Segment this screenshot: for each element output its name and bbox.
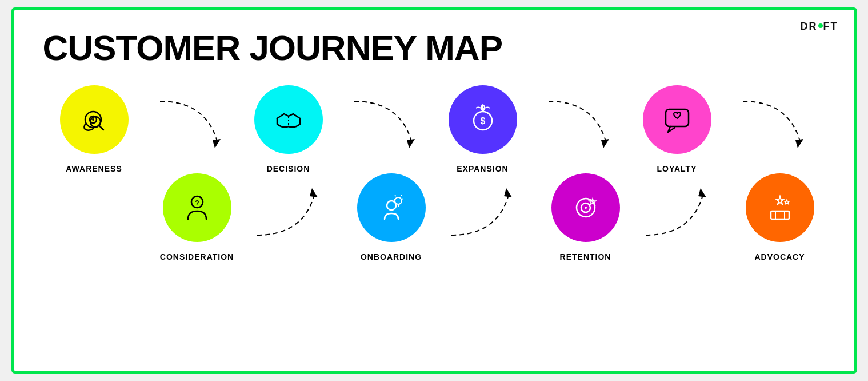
circle-awareness [60,85,129,154]
circle-consideration: ? [163,173,231,242]
stage-retention: RETENTION [534,173,637,261]
svg-point-18 [395,197,402,204]
svg-marker-24 [504,188,512,197]
main-card: DRFT CUSTOMER JOURNEY MAP AWARENESS [11,7,857,374]
svg-rect-29 [771,211,789,219]
svg-point-27 [585,207,587,209]
svg-text:?: ? [195,199,199,207]
stage-decision: DECISION [237,85,340,173]
circle-loyalty [643,85,711,154]
arrow-7 [729,90,820,158]
label-awareness: AWARENESS [66,164,122,173]
svg-line-21 [401,195,402,196]
stage-advocacy: ADVOCACY [729,173,831,261]
stage-awareness: AWARENESS [43,85,146,173]
svg-marker-13 [795,139,803,148]
brand-logo: DRFT [801,21,838,33]
label-retention: RETENTION [560,252,611,261]
svg-marker-28 [698,188,706,197]
label-advocacy: ADVOCACY [754,252,805,261]
stage-loyalty: LOYALTY [626,85,729,173]
label-onboarding: ONBOARDING [361,252,422,261]
stage-expansion: $ EXPANSION [431,85,534,173]
stage-onboarding: ONBOARDING [340,173,443,261]
label-decision: DECISION [267,164,310,173]
arrow-6 [626,178,729,247]
svg-marker-5 [213,139,221,148]
arrow-4 [431,178,534,247]
label-consideration: CONSIDERATION [160,252,234,261]
label-expansion: EXPANSION [457,164,508,173]
svg-text:$: $ [480,116,485,126]
svg-line-23 [394,199,395,200]
stage-consideration: ? CONSIDERATION [146,173,249,261]
arrow-2 [237,178,340,247]
svg-marker-11 [601,139,609,148]
circle-decision [254,85,323,154]
svg-marker-16 [310,188,318,197]
label-loyalty: LOYALTY [657,164,697,173]
arrow-3 [340,90,431,158]
page-title: CUSTOMER JOURNEY MAP [43,27,826,68]
arrow-1 [146,90,237,158]
svg-line-22 [402,199,403,200]
circle-onboarding [357,173,426,242]
svg-marker-7 [407,139,415,148]
arrow-5 [534,90,626,158]
circle-retention [551,173,620,242]
svg-point-2 [92,118,94,121]
circle-expansion: $ [449,85,517,154]
svg-line-20 [395,195,396,196]
circle-advocacy [746,173,814,242]
journey-map: AWARENESS DECISION [43,85,826,261]
